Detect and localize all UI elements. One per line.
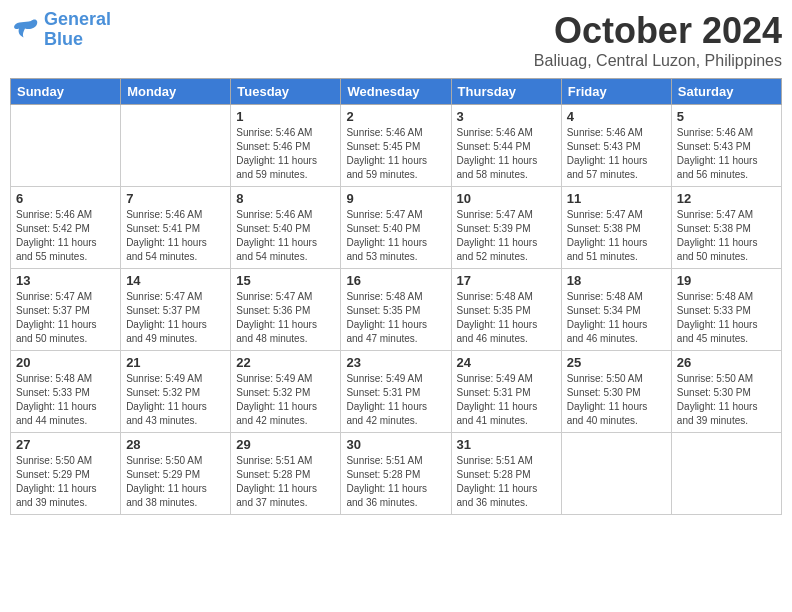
day-info: Sunrise: 5:47 AMSunset: 5:38 PMDaylight:… [677,208,776,264]
logo-text: General Blue [44,10,111,50]
day-number: 4 [567,109,666,124]
day-info: Sunrise: 5:51 AMSunset: 5:28 PMDaylight:… [457,454,556,510]
location-subtitle: Baliuag, Central Luzon, Philippines [534,52,782,70]
calendar-cell: 26Sunrise: 5:50 AMSunset: 5:30 PMDayligh… [671,351,781,433]
day-number: 26 [677,355,776,370]
calendar-cell: 30Sunrise: 5:51 AMSunset: 5:28 PMDayligh… [341,433,451,515]
logo-icon [10,15,40,45]
calendar-cell: 31Sunrise: 5:51 AMSunset: 5:28 PMDayligh… [451,433,561,515]
day-info: Sunrise: 5:51 AMSunset: 5:28 PMDaylight:… [346,454,445,510]
day-info: Sunrise: 5:50 AMSunset: 5:29 PMDaylight:… [16,454,115,510]
calendar-cell: 6Sunrise: 5:46 AMSunset: 5:42 PMDaylight… [11,187,121,269]
day-info: Sunrise: 5:46 AMSunset: 5:43 PMDaylight:… [677,126,776,182]
day-info: Sunrise: 5:49 AMSunset: 5:32 PMDaylight:… [126,372,225,428]
day-info: Sunrise: 5:49 AMSunset: 5:31 PMDaylight:… [457,372,556,428]
day-of-week-header: Friday [561,79,671,105]
calendar-cell: 15Sunrise: 5:47 AMSunset: 5:36 PMDayligh… [231,269,341,351]
day-of-week-header: Monday [121,79,231,105]
day-number: 21 [126,355,225,370]
day-number: 16 [346,273,445,288]
day-number: 6 [16,191,115,206]
day-info: Sunrise: 5:49 AMSunset: 5:32 PMDaylight:… [236,372,335,428]
calendar-cell: 16Sunrise: 5:48 AMSunset: 5:35 PMDayligh… [341,269,451,351]
day-info: Sunrise: 5:48 AMSunset: 5:34 PMDaylight:… [567,290,666,346]
title-block: October 2024 Baliuag, Central Luzon, Phi… [534,10,782,70]
day-number: 28 [126,437,225,452]
day-number: 14 [126,273,225,288]
header-row: SundayMondayTuesdayWednesdayThursdayFrid… [11,79,782,105]
calendar-cell: 12Sunrise: 5:47 AMSunset: 5:38 PMDayligh… [671,187,781,269]
week-row: 1Sunrise: 5:46 AMSunset: 5:46 PMDaylight… [11,105,782,187]
page-header: General Blue October 2024 Baliuag, Centr… [10,10,782,70]
day-info: Sunrise: 5:51 AMSunset: 5:28 PMDaylight:… [236,454,335,510]
week-row: 27Sunrise: 5:50 AMSunset: 5:29 PMDayligh… [11,433,782,515]
calendar-cell: 27Sunrise: 5:50 AMSunset: 5:29 PMDayligh… [11,433,121,515]
calendar-cell: 17Sunrise: 5:48 AMSunset: 5:35 PMDayligh… [451,269,561,351]
day-number: 12 [677,191,776,206]
day-info: Sunrise: 5:47 AMSunset: 5:40 PMDaylight:… [346,208,445,264]
calendar-cell [671,433,781,515]
day-info: Sunrise: 5:46 AMSunset: 5:41 PMDaylight:… [126,208,225,264]
day-number: 7 [126,191,225,206]
week-row: 13Sunrise: 5:47 AMSunset: 5:37 PMDayligh… [11,269,782,351]
calendar-cell [121,105,231,187]
calendar-cell: 11Sunrise: 5:47 AMSunset: 5:38 PMDayligh… [561,187,671,269]
day-number: 1 [236,109,335,124]
logo: General Blue [10,10,111,50]
day-number: 8 [236,191,335,206]
day-of-week-header: Sunday [11,79,121,105]
calendar-cell [561,433,671,515]
day-number: 9 [346,191,445,206]
calendar-cell: 13Sunrise: 5:47 AMSunset: 5:37 PMDayligh… [11,269,121,351]
day-of-week-header: Saturday [671,79,781,105]
calendar-cell: 28Sunrise: 5:50 AMSunset: 5:29 PMDayligh… [121,433,231,515]
calendar-cell: 5Sunrise: 5:46 AMSunset: 5:43 PMDaylight… [671,105,781,187]
day-of-week-header: Thursday [451,79,561,105]
calendar-cell: 29Sunrise: 5:51 AMSunset: 5:28 PMDayligh… [231,433,341,515]
day-number: 30 [346,437,445,452]
day-info: Sunrise: 5:48 AMSunset: 5:33 PMDaylight:… [16,372,115,428]
calendar-cell [11,105,121,187]
week-row: 6Sunrise: 5:46 AMSunset: 5:42 PMDaylight… [11,187,782,269]
month-title: October 2024 [534,10,782,52]
day-number: 15 [236,273,335,288]
day-info: Sunrise: 5:48 AMSunset: 5:33 PMDaylight:… [677,290,776,346]
calendar-cell: 8Sunrise: 5:46 AMSunset: 5:40 PMDaylight… [231,187,341,269]
day-info: Sunrise: 5:50 AMSunset: 5:30 PMDaylight:… [677,372,776,428]
day-number: 27 [16,437,115,452]
day-number: 31 [457,437,556,452]
calendar-cell: 10Sunrise: 5:47 AMSunset: 5:39 PMDayligh… [451,187,561,269]
calendar-table: SundayMondayTuesdayWednesdayThursdayFrid… [10,78,782,515]
calendar-cell: 21Sunrise: 5:49 AMSunset: 5:32 PMDayligh… [121,351,231,433]
day-number: 2 [346,109,445,124]
day-info: Sunrise: 5:47 AMSunset: 5:37 PMDaylight:… [126,290,225,346]
calendar-cell: 25Sunrise: 5:50 AMSunset: 5:30 PMDayligh… [561,351,671,433]
day-info: Sunrise: 5:48 AMSunset: 5:35 PMDaylight:… [457,290,556,346]
day-info: Sunrise: 5:48 AMSunset: 5:35 PMDaylight:… [346,290,445,346]
day-info: Sunrise: 5:46 AMSunset: 5:42 PMDaylight:… [16,208,115,264]
calendar-cell: 22Sunrise: 5:49 AMSunset: 5:32 PMDayligh… [231,351,341,433]
calendar-cell: 9Sunrise: 5:47 AMSunset: 5:40 PMDaylight… [341,187,451,269]
day-info: Sunrise: 5:46 AMSunset: 5:45 PMDaylight:… [346,126,445,182]
day-number: 17 [457,273,556,288]
day-info: Sunrise: 5:46 AMSunset: 5:43 PMDaylight:… [567,126,666,182]
day-info: Sunrise: 5:50 AMSunset: 5:30 PMDaylight:… [567,372,666,428]
calendar-cell: 3Sunrise: 5:46 AMSunset: 5:44 PMDaylight… [451,105,561,187]
day-info: Sunrise: 5:47 AMSunset: 5:37 PMDaylight:… [16,290,115,346]
day-info: Sunrise: 5:47 AMSunset: 5:36 PMDaylight:… [236,290,335,346]
calendar-cell: 7Sunrise: 5:46 AMSunset: 5:41 PMDaylight… [121,187,231,269]
calendar-cell: 4Sunrise: 5:46 AMSunset: 5:43 PMDaylight… [561,105,671,187]
day-number: 20 [16,355,115,370]
day-number: 5 [677,109,776,124]
day-of-week-header: Tuesday [231,79,341,105]
day-number: 10 [457,191,556,206]
day-number: 24 [457,355,556,370]
day-info: Sunrise: 5:46 AMSunset: 5:46 PMDaylight:… [236,126,335,182]
calendar-cell: 1Sunrise: 5:46 AMSunset: 5:46 PMDaylight… [231,105,341,187]
calendar-cell: 20Sunrise: 5:48 AMSunset: 5:33 PMDayligh… [11,351,121,433]
day-info: Sunrise: 5:50 AMSunset: 5:29 PMDaylight:… [126,454,225,510]
day-number: 22 [236,355,335,370]
calendar-cell: 23Sunrise: 5:49 AMSunset: 5:31 PMDayligh… [341,351,451,433]
calendar-cell: 24Sunrise: 5:49 AMSunset: 5:31 PMDayligh… [451,351,561,433]
calendar-cell: 19Sunrise: 5:48 AMSunset: 5:33 PMDayligh… [671,269,781,351]
